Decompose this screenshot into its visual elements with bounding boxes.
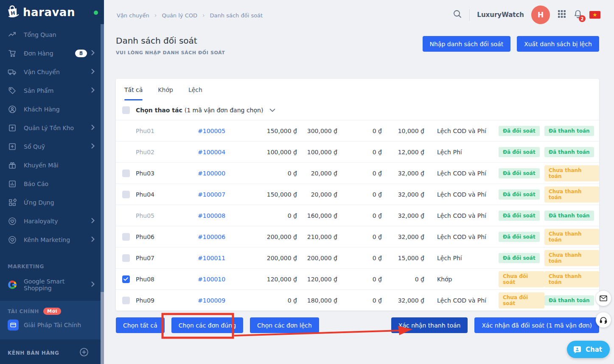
- finance-header-label: TÀI CHÍNH: [8, 308, 39, 314]
- order-link[interactable]: #100004: [198, 149, 239, 156]
- order-link[interactable]: #100005: [198, 128, 239, 134]
- diff-status: Lệch COD và Phí: [424, 128, 499, 134]
- sidebar-scrollbar[interactable]: [101, 24, 104, 364]
- sidebar-item-kenh-marketing[interactable]: Kênh Marketing: [0, 231, 101, 249]
- page-title: Danh sách đối soát: [116, 36, 197, 46]
- apps-grid-icon[interactable]: [557, 9, 566, 20]
- tracking-code: Phu01: [136, 128, 198, 134]
- import-reconciliation-button[interactable]: Nhập danh sách đối soát: [423, 36, 511, 52]
- header-buttons: Nhập danh sách đối soát Xuất danh sách b…: [423, 36, 599, 52]
- chat-bubble-icon: [573, 345, 582, 354]
- order-link[interactable]: #100009: [198, 297, 239, 304]
- sidebar-item-so-quy[interactable]: Sổ Quỹ: [0, 137, 101, 156]
- row-checkbox[interactable]: [122, 233, 130, 241]
- sidebar-item-khach-hang[interactable]: Khách Hàng: [0, 100, 101, 119]
- export-mismatched-button[interactable]: Xuất danh sách bị lệch: [517, 36, 599, 52]
- sidebar-item-bao-cao[interactable]: Báo Cáo: [0, 175, 101, 193]
- breadcrumb-separator: ›: [202, 12, 205, 19]
- table-row: Phu09 #100009 0 ₫ 180,000 ₫ 0 ₫ 32,000 ₫…: [116, 289, 599, 311]
- amount-cell: 32,000 ₫: [382, 297, 424, 304]
- cashbook-icon: [8, 142, 17, 151]
- select-all-checkbox[interactable]: [122, 106, 130, 114]
- order-link[interactable]: #100011: [198, 255, 239, 261]
- sidebar-item-khuyen-mai[interactable]: Khuyến Mãi: [0, 156, 101, 175]
- row-checkbox[interactable]: [122, 275, 130, 283]
- amount-cell: 12,000 ₫: [382, 149, 424, 156]
- bulk-action-label[interactable]: Chọn thao tác: [136, 107, 182, 114]
- sidebar-item-google-smart-shopping[interactable]: Google Smart Shopping: [0, 275, 101, 294]
- sidebar-item-label: Khuyến Mãi: [24, 162, 95, 169]
- sidebar-item-label: Haraloyalty: [24, 218, 91, 225]
- sidebar-item-don-hang[interactable]: Đơn Hàng 8: [0, 44, 101, 63]
- row-checkbox[interactable]: [122, 254, 130, 262]
- confirm-payment-button[interactable]: Xác nhận thanh toán: [391, 317, 468, 333]
- amount-cell: 10,000 ₫: [382, 128, 424, 134]
- chevron-right-icon: [91, 125, 95, 131]
- sidebar-item-label: Khách Hàng: [24, 106, 95, 113]
- sidebar: H haravan Tổng Quan Đơn Hàng 8 Vận Chuyể…: [0, 0, 104, 364]
- logo[interactable]: H haravan: [0, 0, 104, 24]
- sidebar-item-quan-ly-ton-kho[interactable]: Quản Lý Tồn Kho: [0, 119, 101, 137]
- chat-label: Chat: [586, 346, 602, 353]
- order-link[interactable]: #100007: [198, 191, 239, 198]
- sidebar-item-tong-quan[interactable]: Tổng Quan: [0, 25, 101, 44]
- payment-status-badge: Đã thanh toán: [544, 147, 594, 157]
- sidebar-item-giai-phap-tai-chinh[interactable]: Giải Pháp Tài Chính: [0, 316, 101, 334]
- google-icon: [8, 280, 17, 289]
- sidebar-item-ung-dung[interactable]: Ứng Dụng: [0, 193, 101, 212]
- mail-widget-button[interactable]: [596, 291, 611, 306]
- tab-tat-ca[interactable]: Tất cả: [124, 79, 143, 100]
- tab-khop[interactable]: Khớp: [158, 79, 173, 100]
- selection-note: (1 mã vận đơn đang chọn): [185, 107, 264, 114]
- payment-status-badge: Chưa thanh toán: [544, 165, 599, 181]
- order-link[interactable]: #100000: [198, 170, 239, 177]
- notifications-bell-icon[interactable]: 2: [574, 9, 582, 20]
- amount-cell: 120,000 ₫: [239, 276, 297, 283]
- confirm-reconciled-button[interactable]: Xác nhận đã đối soát (1 mã vận đơn): [474, 317, 599, 333]
- amount-cell: 32,000 ₫: [382, 212, 424, 219]
- payment-status-badge: Chưa thanh toán: [544, 250, 599, 266]
- amount-cell: 200,000 ₫: [239, 255, 297, 261]
- support-widget-button[interactable]: [596, 312, 611, 328]
- row-checkbox[interactable]: [122, 191, 130, 198]
- sidebar-item-san-pham[interactable]: Sản Phẩm: [0, 81, 101, 100]
- select-matched-orders-button[interactable]: Chọn các đơn đúng: [171, 317, 243, 333]
- add-sales-channel-button[interactable]: [79, 347, 89, 358]
- sidebar-item-label: Giải Pháp Tài Chính: [24, 322, 95, 328]
- order-link[interactable]: #100006: [198, 233, 239, 240]
- apps-icon: [8, 198, 17, 207]
- amount-cell: 0 ₫: [337, 233, 382, 240]
- select-all-button[interactable]: Chọn tất cả: [116, 317, 165, 333]
- chevron-down-icon[interactable]: [269, 107, 275, 114]
- trend-icon: [8, 30, 17, 39]
- store-name[interactable]: LuxuryWatch: [477, 11, 524, 19]
- breadcrumb-van-chuyen[interactable]: Vận chuyển: [117, 12, 149, 19]
- table-row: Phu03 #100000 0 ₫ 20,000 ₫ 0 ₫ 32,000 ₫ …: [116, 162, 599, 183]
- amount-cell: 180,000 ₫: [297, 297, 337, 304]
- amount-cell: 32,000 ₫: [382, 191, 424, 198]
- search-icon[interactable]: [453, 9, 462, 20]
- breadcrumb-danh-sach-doi-soat[interactable]: Danh sách đối soát: [210, 12, 263, 19]
- payment-status-badge: Chưa thanh toán: [544, 271, 599, 287]
- order-link[interactable]: #100008: [198, 212, 239, 219]
- amount-cell: 150,000 ₫: [239, 191, 297, 198]
- amount-cell: 32,000 ₫: [382, 170, 424, 177]
- row-checkbox[interactable]: [122, 169, 130, 177]
- truck-icon: [8, 67, 17, 77]
- order-link[interactable]: #100010: [198, 276, 239, 283]
- row-checkbox[interactable]: [122, 297, 130, 304]
- vietnam-flag-icon[interactable]: ★: [589, 11, 600, 19]
- gift-icon: [8, 161, 17, 170]
- amount-cell: 210,000 ₫: [297, 233, 337, 240]
- envelope-icon: [600, 295, 607, 301]
- payment-status-badge: Đã thanh toán: [544, 295, 594, 306]
- sidebar-item-van-chuyen[interactable]: Vận Chuyển: [0, 63, 101, 81]
- amount-cell: 0 ₫: [239, 170, 297, 177]
- amount-cell: 0 ₫: [382, 276, 424, 283]
- tab-lech[interactable]: Lệch: [188, 79, 202, 100]
- avatar[interactable]: H: [531, 6, 550, 24]
- sidebar-item-haraloyalty[interactable]: Haraloyalty: [0, 212, 101, 231]
- chat-widget-button[interactable]: Chat: [567, 341, 610, 358]
- select-mismatched-orders-button[interactable]: Chọn các đơn lệch: [250, 317, 319, 333]
- breadcrumb-quan-ly-cod[interactable]: Quản lý COD: [162, 12, 197, 19]
